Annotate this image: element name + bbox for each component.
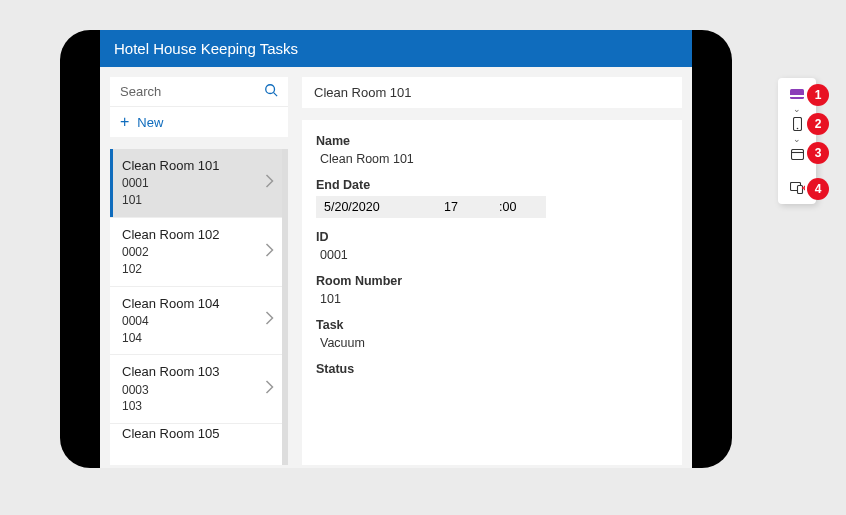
svg-point-5: [796, 128, 798, 130]
list-item-title: Clean Room 103: [122, 363, 220, 381]
content-area: Search + New Clean Room 1010001101Clean …: [100, 67, 692, 465]
list-item-id: 0002: [122, 244, 220, 261]
value-id: 0001: [316, 248, 668, 262]
app-title-bar: Hotel House Keeping Tasks: [100, 30, 692, 67]
list-item-text: Clean Room 1040004104: [122, 295, 220, 347]
chevron-right-icon: [265, 174, 274, 192]
svg-rect-6: [791, 149, 803, 159]
label-room: Room Number: [316, 274, 668, 288]
label-id: ID: [316, 230, 668, 244]
label-task: Task: [316, 318, 668, 332]
new-button[interactable]: + New: [110, 106, 288, 137]
app-title: Hotel House Keeping Tasks: [114, 40, 298, 57]
label-status: Status: [316, 362, 668, 376]
chevron-down-icon[interactable]: ⌄: [793, 106, 801, 112]
list-item-room: 104: [122, 330, 220, 347]
new-label: New: [137, 115, 163, 130]
label-name: Name: [316, 134, 668, 148]
list-item-id: 0004: [122, 313, 220, 330]
svg-rect-3: [790, 95, 804, 97]
callout-4: 4: [807, 178, 829, 200]
list-item-id: 0003: [122, 382, 220, 399]
search-icon: [264, 83, 278, 100]
list-item-title: Clean Room 102: [122, 226, 220, 244]
chevron-right-icon: [265, 311, 274, 329]
list-item-id: 0001: [122, 175, 220, 192]
chevron-right-icon: [265, 380, 274, 398]
home-indicator: [349, 458, 444, 462]
detail-pane: Clean Room 101 Name Clean Room 101 End D…: [302, 77, 682, 465]
value-room: 101: [316, 292, 668, 306]
list-item-title: Clean Room 101: [122, 157, 220, 175]
detail-header: Clean Room 101: [302, 77, 682, 108]
list-item-text: Clean Room 1030003103: [122, 363, 220, 415]
task-list-item[interactable]: Clean Room 1030003103: [110, 355, 282, 424]
end-date-min[interactable]: :00: [491, 196, 546, 218]
value-task: Vacuum: [316, 336, 668, 350]
svg-rect-9: [797, 186, 802, 194]
list-item-title: Clean Room 104: [122, 295, 220, 313]
search-input[interactable]: Search: [110, 77, 288, 106]
callout-1: 1: [807, 84, 829, 106]
callout-3: 3: [807, 142, 829, 164]
chevron-right-icon: [265, 243, 274, 261]
list-item-text: Clean Room 1010001101: [122, 157, 220, 209]
list-item-text: Clean Room 1020002102: [122, 226, 220, 278]
task-list-item[interactable]: Clean Room 1010001101: [110, 149, 282, 218]
end-date-hour[interactable]: 17: [436, 196, 491, 218]
detail-body: Name Clean Room 101 End Date 5/20/2020 1…: [302, 120, 682, 465]
list-item-room: 102: [122, 261, 220, 278]
chevron-down-icon[interactable]: ⌄: [793, 136, 801, 142]
search-placeholder: Search: [120, 84, 161, 99]
callout-2: 2: [807, 113, 829, 135]
left-pane: Search + New Clean Room 1010001101Clean …: [110, 77, 288, 465]
list-item-room: 103: [122, 398, 220, 415]
svg-rect-2: [790, 89, 804, 99]
end-date-date[interactable]: 5/20/2020: [316, 196, 436, 218]
label-end-date: End Date: [316, 178, 668, 192]
svg-point-0: [266, 85, 275, 94]
task-list[interactable]: Clean Room 1010001101Clean Room 10200021…: [110, 149, 288, 465]
tablet-frame: Hotel House Keeping Tasks Search + New C…: [60, 30, 732, 468]
task-list-item[interactable]: Clean Room 1020002102: [110, 218, 282, 287]
value-name: Clean Room 101: [316, 152, 668, 166]
plus-icon: +: [120, 113, 129, 131]
app-screen: Hotel House Keeping Tasks Search + New C…: [100, 30, 692, 468]
list-item-room: 101: [122, 192, 220, 209]
svg-line-1: [274, 93, 278, 97]
end-date-row: 5/20/2020 17 :00: [316, 196, 668, 218]
detail-header-text: Clean Room 101: [314, 85, 412, 100]
task-list-item[interactable]: Clean Room 1040004104: [110, 287, 282, 356]
task-list-item-partial[interactable]: Clean Room 105: [110, 424, 282, 446]
